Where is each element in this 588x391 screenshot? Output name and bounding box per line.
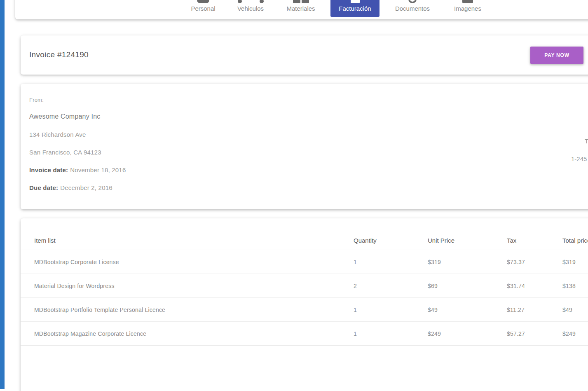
cell-quantity: 1 bbox=[354, 307, 428, 313]
clipped-right-text-2: 1-245 bbox=[571, 155, 587, 163]
tab-label: Personal bbox=[179, 5, 227, 12]
boxes-icon bbox=[276, 0, 325, 3]
cell-unit-price: $49 bbox=[428, 307, 507, 313]
cell-total: $319 bbox=[562, 259, 588, 265]
clipped-right-text-1: T bbox=[585, 137, 588, 145]
tabs-bar: Personal Vehiculos Materiales Facturació… bbox=[15, 0, 588, 19]
due-date-label: Due date: bbox=[29, 184, 58, 191]
tab-imagenes[interactable]: Imagenes bbox=[443, 0, 492, 19]
table-row: Material Design for Wordpress 2 $69 $31.… bbox=[21, 274, 588, 298]
cell-total: $138 bbox=[562, 283, 588, 289]
due-date-line: Due date:December 2, 2016 bbox=[29, 184, 112, 192]
cell-quantity: 1 bbox=[354, 259, 428, 265]
invoice-title: Invoice #124190 bbox=[29, 50, 89, 59]
cell-total: $249 bbox=[562, 330, 588, 337]
tab-documentos[interactable]: Documentos bbox=[388, 0, 437, 19]
table-header-row: Item list Quantity Unit Price Tax Total … bbox=[21, 218, 588, 250]
column-header-unit-price: Unit Price bbox=[428, 237, 507, 244]
invoice-header-card: Invoice #124190 PAY NOW bbox=[21, 35, 588, 75]
invoice-info-card: From: Awesome Company Inc 134 Richardson… bbox=[21, 84, 588, 209]
cell-item: MDBootstrap Magazine Corporate Licence bbox=[21, 330, 354, 337]
cell-item: MDBootstrap Corporate License bbox=[21, 259, 354, 265]
cell-tax: $11.27 bbox=[507, 307, 562, 313]
tab-label: Vehiculos bbox=[226, 5, 275, 12]
table-row: MDBootstrap Magazine Corporate Licence 1… bbox=[21, 322, 588, 346]
cell-quantity: 2 bbox=[354, 283, 428, 289]
cell-quantity: 1 bbox=[354, 330, 428, 337]
cell-tax: $31.74 bbox=[507, 283, 562, 289]
tab-personal[interactable]: Personal bbox=[179, 0, 227, 19]
invoice-icon bbox=[330, 0, 380, 3]
column-header-tax: Tax bbox=[507, 237, 562, 244]
cell-item: Material Design for Wordpress bbox=[21, 283, 354, 289]
paperclip-icon bbox=[388, 0, 437, 3]
company-name: Awesome Company Inc bbox=[29, 112, 100, 121]
table-row: MDBootstrap Corporate License 1 $319 $73… bbox=[21, 250, 588, 274]
tab-label: Documentos bbox=[388, 5, 437, 12]
invoice-date-value: November 18, 2016 bbox=[70, 166, 126, 173]
tab-label: Facturación bbox=[330, 5, 380, 12]
motorcycle-icon bbox=[226, 0, 275, 3]
tab-materiales[interactable]: Materiales bbox=[276, 0, 325, 19]
user-icon bbox=[179, 0, 227, 3]
from-label: From: bbox=[29, 96, 44, 104]
item-list-card: Item list Quantity Unit Price Tax Total … bbox=[21, 218, 588, 391]
invoice-date-label: Invoice date: bbox=[29, 166, 68, 173]
cell-tax: $57.27 bbox=[507, 330, 562, 337]
cell-unit-price: $319 bbox=[428, 259, 507, 265]
cell-total: $49 bbox=[562, 307, 588, 313]
image-icon bbox=[443, 0, 492, 3]
cell-unit-price: $249 bbox=[428, 330, 507, 337]
due-date-value: December 2, 2016 bbox=[60, 184, 112, 191]
address-line-1: 134 Richardson Ave bbox=[29, 131, 86, 139]
tab-label: Imagenes bbox=[443, 5, 492, 12]
invoice-date-line: Invoice date:November 18, 2016 bbox=[29, 166, 126, 174]
column-header-total-price: Total price bbox=[562, 237, 588, 244]
cell-tax: $73.37 bbox=[507, 259, 562, 265]
address-line-2: San Francisco, CA 94123 bbox=[29, 148, 101, 157]
table-row: MDBootstrap Portfolio Template Personal … bbox=[21, 298, 588, 322]
column-header-quantity: Quantity bbox=[354, 237, 428, 244]
tab-facturacion[interactable]: Facturación bbox=[330, 0, 380, 19]
column-header-item-list: Item list bbox=[21, 237, 354, 244]
tab-vehiculos[interactable]: Vehiculos bbox=[226, 0, 275, 19]
tab-label: Materiales bbox=[276, 5, 325, 12]
cell-unit-price: $69 bbox=[428, 283, 507, 289]
cell-item: MDBootstrap Portfolio Template Personal … bbox=[21, 307, 354, 313]
left-accent-stripe bbox=[0, 0, 5, 389]
pay-now-button[interactable]: PAY NOW bbox=[530, 47, 583, 64]
